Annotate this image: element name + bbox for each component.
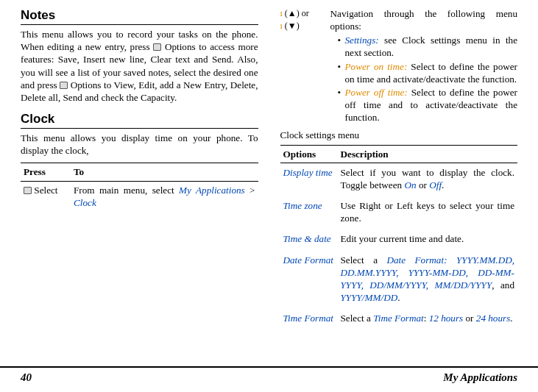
- time-date-option: Time & date: [280, 229, 338, 250]
- options-table: Options Description Display time Select …: [280, 145, 518, 330]
- table-row: Select From main menu, select My Applica…: [21, 181, 258, 211]
- table-row: Date Format Select a Date Format: YYYY.M…: [280, 251, 518, 310]
- description-col-header: Description: [338, 145, 518, 163]
- select-key-icon: [24, 187, 32, 194]
- page-number: 40: [21, 371, 32, 385]
- select-gt: >: [245, 185, 255, 196]
- up-arrow-icon: (▲): [285, 8, 300, 18]
- display-time-option: Display time: [280, 163, 338, 196]
- date-format-option: Date Format: [280, 251, 338, 310]
- press-table: Press To Select From main menu, select M…: [21, 163, 258, 210]
- text: :: [424, 313, 429, 324]
- page-footer: 40 My Applications: [0, 366, 538, 393]
- time-format-option: Time Format: [280, 309, 338, 329]
- power-on-label: Power on time:: [345, 61, 408, 72]
- text: or: [463, 313, 476, 324]
- select-desc-1: From main menu, select: [74, 185, 179, 196]
- table-row: Time & date Edit your current time and d…: [280, 229, 518, 250]
- text: .: [510, 313, 512, 324]
- twenty-four-hours: 24 hours: [476, 313, 511, 324]
- time-format-label: Time Format: [373, 313, 424, 324]
- clock-heading: Clock: [21, 111, 258, 129]
- notes-body: This menu allows you to record your task…: [21, 28, 258, 104]
- list-item: Power off time: Select to define the pow…: [338, 86, 518, 124]
- time-zone-desc: Use Right or Left keys to select your ti…: [338, 196, 518, 229]
- press-col-header: Press: [21, 163, 71, 181]
- time-format-desc: Select a Time Format: 12 hours or 24 hou…: [338, 309, 518, 329]
- down-arrow-icon: (▼): [285, 21, 300, 31]
- time-zone-option: Time zone: [280, 196, 338, 229]
- time-date-desc: Edit your current time and date.: [338, 229, 518, 250]
- table-row: Time Format Select a Time Format: 12 hou…: [280, 309, 518, 329]
- nav-row: ı (▲) or ı (▼) Navigation through the fo…: [280, 7, 518, 124]
- to-col-header: To: [71, 163, 258, 181]
- clock-settings-subhead: Clock settings menu: [280, 129, 518, 141]
- select-key-label: Select: [32, 185, 58, 196]
- text: Select a: [341, 254, 387, 266]
- notes-heading: Notes: [21, 7, 258, 25]
- select-key-cell: Select: [21, 181, 71, 211]
- settings-label: Settings:: [345, 35, 379, 46]
- my-applications-link: My Applica­tions: [179, 185, 245, 196]
- twelve-hours: 12 hours: [429, 313, 464, 324]
- nav-desc-text: Navigation through the following menu op…: [330, 8, 518, 32]
- clock-intro: This menu allows you display time on you…: [21, 132, 258, 157]
- right-column: ı (▲) or ı (▼) Navigation through the fo…: [280, 7, 518, 359]
- off-value: Off: [429, 179, 442, 190]
- list-item: Power on time: Select to define the powe…: [338, 60, 518, 85]
- options-icon: [153, 43, 161, 51]
- display-time-desc: Select if you want to display the clock.…: [338, 163, 518, 196]
- on-value: On: [404, 179, 416, 190]
- clock-link: Clock: [74, 197, 96, 208]
- nav-keys: ı (▲) or ı (▼): [280, 7, 330, 124]
- options-col-header: Options: [280, 145, 338, 163]
- text: Select a: [341, 313, 374, 324]
- table-row: Display time Select if you want to displ…: [280, 163, 518, 196]
- power-off-label: Power off time:: [345, 87, 408, 98]
- date-format-desc: Select a Date Format: YYYY.MM.DD, DD.MM.…: [338, 251, 518, 310]
- text: .: [397, 292, 400, 303]
- list-item: Settings: see Clock settings menu in the…: [338, 34, 518, 59]
- nav-or: or: [300, 8, 309, 18]
- table-row: Time zone Use Right or Left keys to sele…: [280, 196, 518, 229]
- select-desc-cell: From main menu, select My Applica­tions …: [71, 181, 258, 211]
- section-title: My Applications: [443, 371, 517, 385]
- date-format-last: YYYY/MM/DD: [341, 292, 398, 303]
- text: .: [442, 179, 444, 190]
- text: or: [417, 179, 430, 190]
- text: , and: [492, 279, 514, 291]
- options-icon: [60, 82, 68, 89]
- left-column: Notes This menu allows you to record you…: [21, 7, 258, 359]
- nav-description: Navigation through the following menu op…: [330, 7, 518, 124]
